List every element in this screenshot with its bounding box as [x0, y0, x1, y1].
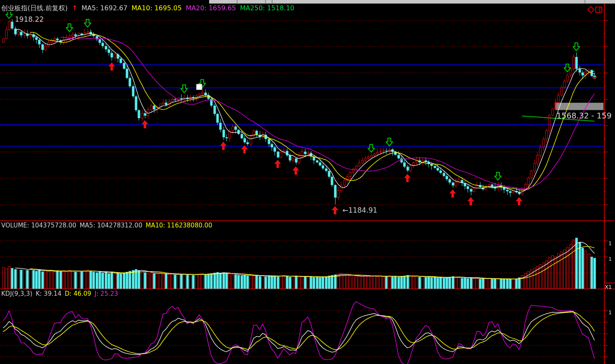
- volume-axis-label-1: 1: [608, 240, 612, 246]
- ma250-readout: MA250: 1518.10: [240, 4, 294, 12]
- low-price-label: ←1184.91: [342, 206, 377, 214]
- volume-axis-label-2: 1: [608, 256, 612, 262]
- trend-up-arrow-icon: ↑: [72, 4, 77, 12]
- volume-ma5-readout: MA5: 104278312.00: [79, 222, 142, 229]
- toolbar-divider: [265, 0, 266, 3]
- volume-readout: VOLUME: 104375728.00: [1, 222, 76, 229]
- stock-chart-window: 创业板指(日线.前复权)↑MA5: 1692.67MA10: 1695.05MA…: [0, 0, 615, 364]
- kdj-j-readout: J: 25.23: [95, 290, 118, 297]
- instrument-title[interactable]: 创业板指(日线.前复权): [1, 4, 68, 12]
- ma10-readout: MA10: 1695.05: [132, 4, 182, 12]
- main-chart-header: 创业板指(日线.前复权)↑MA5: 1692.67MA10: 1695.05MA…: [1, 4, 298, 13]
- kdj-axis-label: 1: [608, 309, 612, 315]
- chart-canvas[interactable]: [0, 0, 615, 364]
- gap-zone-label: 1568.32 - 159: [557, 111, 612, 120]
- toolbar-divider: [585, 0, 585, 3]
- kdj-d-readout: D: 46.09: [65, 290, 91, 297]
- ma5-readout: MA5: 1692.67: [82, 4, 128, 12]
- kdj-k-readout: K: 39.14: [36, 290, 62, 297]
- high-price-label: 1918.22: [15, 15, 44, 23]
- window-toolbar-strip[interactable]: [209, 0, 615, 4]
- toolbar-divider: [272, 0, 273, 3]
- kdj-pane-header: KDJ(9,3,3)K: 39.14D: 46.09J: 25.23: [1, 290, 121, 297]
- split-window-icon-divider: [599, 7, 600, 12]
- volume-pane-header: VOLUME: 104375728.00MA5: 104278312.00MA1…: [1, 222, 216, 229]
- ma20-readout: MA20: 1659.65: [186, 4, 236, 12]
- volume-ma10-readout: MA10: 116238080.00: [146, 222, 212, 229]
- split-window-icon[interactable]: [595, 7, 602, 13]
- kdj-indicator-name[interactable]: KDJ(9,3,3): [1, 290, 33, 297]
- toolbar-divider: [237, 0, 238, 3]
- volume-axis-multiplier: X1: [605, 283, 615, 290]
